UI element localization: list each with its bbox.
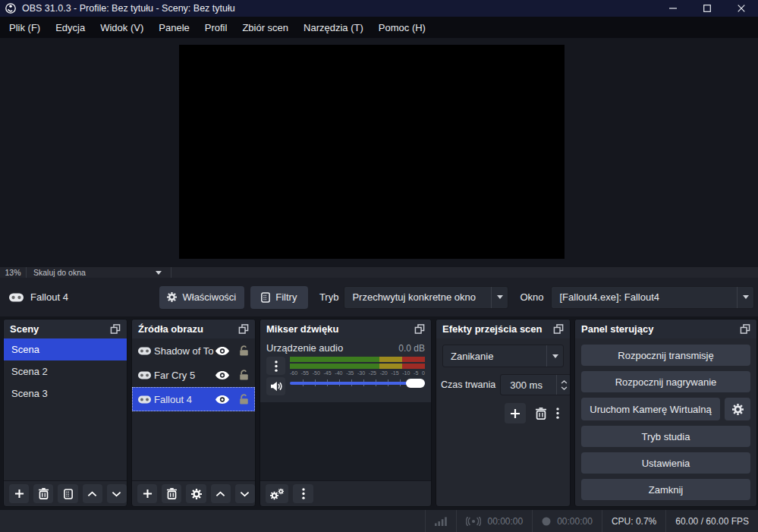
controls-dock-header: Panel sterujący — [575, 320, 756, 338]
transition-value: Zanikanie — [443, 351, 546, 362]
source-properties-button[interactable] — [186, 484, 206, 503]
visibility-eye-icon[interactable] — [215, 347, 229, 355]
scenes-dock-header: Sceny — [4, 320, 127, 338]
meter-scale-label: -50 — [313, 370, 320, 376]
meter-scale-label: -40 — [335, 370, 342, 376]
audio-device-mixer: Urządzenie audio 0.0 dB -60-55-50-45-40-… — [260, 338, 431, 402]
start-virtual-camera-button[interactable]: Uruchom Kamerę Wirtualną — [581, 398, 720, 420]
menu-plik[interactable]: Plik (F) — [2, 22, 48, 33]
scene-item[interactable]: Scena — [4, 338, 127, 360]
popout-icon[interactable] — [553, 324, 564, 334]
preview-area — [0, 38, 758, 267]
advanced-audio-button[interactable] — [266, 484, 288, 503]
slider-handle[interactable] — [406, 379, 425, 388]
start-streaming-button[interactable]: Rozpocznij transmisję — [581, 345, 750, 366]
mixer-toolbar — [260, 480, 431, 506]
stream-timer: 00:00:00 — [456, 510, 532, 532]
lock-icon[interactable] — [239, 345, 249, 356]
maximize-button[interactable] — [690, 0, 724, 17]
network-status — [425, 510, 456, 532]
studio-mode-button[interactable]: Tryb studia — [581, 426, 750, 447]
record-timer: 00:00:00 — [532, 510, 602, 532]
start-recording-button[interactable]: Rozpocznij nagrywanie — [581, 371, 750, 392]
transitions-dock-title: Efekty przejścia scen — [442, 323, 543, 335]
gamepad-icon — [138, 347, 151, 355]
fps-display: 60.00 / 60.00 FPS — [665, 510, 758, 532]
popout-icon[interactable] — [740, 324, 750, 334]
menu-zbior-scen[interactable]: Zbiór scen — [234, 22, 296, 33]
menu-narzedzia[interactable]: Narzędzia (T) — [296, 22, 371, 33]
capture-mode-select[interactable]: Przechwytuj konkretne okno — [344, 286, 508, 309]
settings-button[interactable]: Ustawienia — [581, 452, 750, 474]
spin-arrows[interactable] — [556, 375, 570, 395]
popout-icon[interactable] — [110, 324, 121, 334]
window-title: OBS 31.0.3 - Profile: Bez tytułu - Sceny… — [22, 3, 235, 14]
gear-icon — [167, 292, 177, 302]
move-scene-down-button[interactable] — [107, 484, 127, 503]
scene-filters-button[interactable] — [58, 484, 77, 503]
properties-button[interactable]: Właściwości — [159, 286, 244, 309]
window-label: Okno — [520, 291, 543, 303]
add-transition-button[interactable] — [505, 403, 526, 423]
obs-logo-icon — [5, 3, 16, 14]
menu-panele[interactable]: Panele — [151, 22, 197, 33]
move-scene-up-button[interactable] — [83, 484, 102, 503]
stream-time: 00:00:00 — [487, 516, 523, 527]
chevron-up-icon[interactable] — [561, 380, 568, 384]
capture-window-select[interactable]: [Fallout4.exe]: Fallout4 — [551, 286, 754, 309]
menu-edycja[interactable]: Edycja — [48, 22, 93, 33]
video-canvas[interactable] — [179, 45, 565, 259]
mixer-dock-title: Mikser dźwięku — [266, 323, 338, 335]
close-button[interactable] — [724, 0, 758, 17]
lock-icon[interactable] — [239, 370, 249, 380]
source-item[interactable]: Shadow of To — [132, 338, 255, 363]
mute-speaker-button[interactable] — [266, 377, 285, 395]
visibility-eye-icon[interactable] — [215, 395, 229, 404]
lock-icon[interactable] — [239, 394, 249, 405]
volume-slider[interactable] — [290, 378, 425, 388]
move-source-down-button[interactable] — [235, 484, 255, 503]
menu-profil[interactable]: Profil — [197, 22, 235, 33]
remove-transition-button[interactable] — [536, 408, 546, 420]
chevron-down-icon[interactable] — [561, 386, 568, 390]
transition-select[interactable]: Zanikanie — [442, 345, 564, 367]
add-scene-button[interactable] — [9, 484, 29, 503]
filters-button[interactable]: Filtry — [250, 286, 308, 309]
visibility-eye-icon[interactable] — [215, 371, 229, 379]
popout-icon[interactable] — [414, 324, 425, 334]
chevron-down-icon[interactable] — [156, 271, 162, 275]
properties-label: Właściwości — [182, 291, 236, 303]
source-item-label: Shadow of To — [154, 345, 215, 357]
slider-track — [290, 382, 425, 385]
move-source-up-button[interactable] — [211, 484, 231, 503]
source-item[interactable]: Fallout 4 — [132, 387, 255, 411]
transition-menu-button[interactable] — [556, 408, 559, 419]
capture-window-value: [Fallout4.exe]: Fallout4 — [552, 291, 737, 303]
scene-item[interactable]: Scena 3 — [4, 382, 127, 405]
mixer-options-button[interactable] — [266, 357, 285, 375]
filter-icon — [261, 292, 270, 303]
fps-value: 60.00 / 60.00 FPS — [675, 516, 749, 527]
remove-scene-button[interactable] — [33, 484, 53, 503]
virtual-camera-settings-button[interactable] — [725, 398, 750, 420]
scene-item[interactable]: Scena 2 — [4, 360, 127, 382]
scale-mode-label[interactable]: Skaluj do okna — [27, 268, 156, 277]
source-item[interactable]: Far Cry 5 — [132, 363, 255, 387]
title-bar: OBS 31.0.3 - Profile: Bez tytułu - Sceny… — [0, 0, 758, 17]
remove-source-button[interactable] — [162, 484, 181, 503]
meter-scale-label: -10 — [402, 370, 410, 376]
sources-dock-title: Źródła obrazu — [138, 323, 203, 335]
menu-widok[interactable]: Widok (V) — [93, 22, 151, 33]
controls-dock: Panel sterujący Rozpocznij transmisję Ro… — [574, 319, 757, 507]
duration-spinbox[interactable]: 300 ms — [500, 374, 570, 395]
popout-icon[interactable] — [238, 324, 249, 334]
add-source-button[interactable] — [137, 484, 157, 503]
sources-dock-header: Źródła obrazu — [132, 320, 255, 338]
exit-button[interactable]: Zamknij — [581, 479, 750, 500]
mixer-menu-button[interactable] — [293, 484, 313, 503]
divider — [171, 267, 171, 278]
meter-scale-label: -20 — [380, 370, 388, 376]
status-bar: 00:00:00 00:00:00 CPU: 0.7% 60.00 / 60.0… — [0, 510, 758, 532]
menu-pomoc[interactable]: Pomoc (H) — [371, 22, 433, 33]
minimize-button[interactable] — [656, 0, 690, 17]
